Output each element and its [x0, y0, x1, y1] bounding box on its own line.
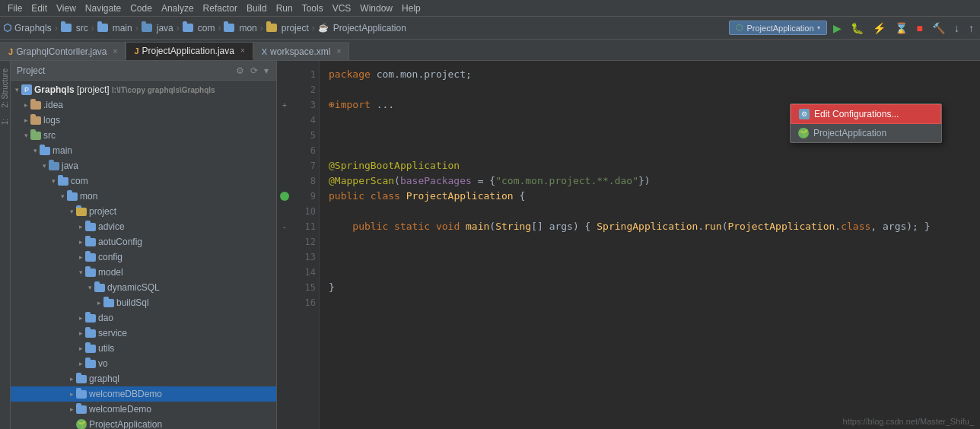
menu-vcs[interactable]: VCS — [328, 2, 356, 15]
panel-collapse-btn[interactable]: ▾ — [262, 65, 270, 76]
tree-item-welcomedbdemo[interactable]: welcomeDBDemo — [11, 386, 276, 402]
tree-item-projectapp[interactable]: 🌱 ProjectApplication — [11, 417, 276, 429]
gutter-10 — [277, 204, 292, 219]
tree-item-welcomledemo[interactable]: welcomleDemo — [11, 402, 276, 417]
panel-settings-btn[interactable]: ⚙ — [234, 65, 246, 76]
tree-item-com[interactable]: com — [11, 173, 276, 189]
tree-item-service[interactable]: service — [11, 326, 276, 341]
idea-folder-icon — [30, 101, 41, 110]
structure-tab[interactable]: 2: Structure — [0, 64, 11, 113]
menu-file[interactable]: File — [3, 2, 27, 15]
menu-run[interactable]: Run — [272, 2, 298, 15]
tree-item-vo[interactable]: vo — [11, 356, 276, 371]
breadcrumb-project[interactable]: project — [282, 23, 309, 33]
panel-sync-btn[interactable]: ⟳ — [249, 65, 259, 76]
build-button[interactable]: 🔨 — [929, 21, 948, 36]
menu-help[interactable]: Help — [397, 2, 425, 15]
tree-item-config[interactable]: config — [11, 249, 276, 265]
menu-navigate[interactable]: Navigate — [81, 2, 126, 15]
tree-item-root[interactable]: P Graphqls [project] I:\IT\copy graphqls… — [11, 82, 276, 97]
tab-close-2[interactable]: × — [336, 47, 341, 56]
tree-item-main[interactable]: main — [11, 143, 276, 158]
tree-label-buildsql: buildSql — [116, 297, 149, 308]
menu-tools[interactable]: Tools — [298, 2, 328, 15]
dropdown-item-edit-config[interactable]: ⚙ Edit Configurations... — [791, 104, 941, 124]
code-line-14 — [329, 265, 971, 280]
tree-item-project[interactable]: project — [11, 204, 276, 219]
run-config-dropdown[interactable]: ⬡ ProjectApplication ▾ — [729, 21, 826, 35]
profile-button[interactable]: ⌛ — [892, 21, 911, 36]
tree-item-dao[interactable]: dao — [11, 310, 276, 326]
line-num-4: 4 — [295, 113, 316, 128]
vo-folder-icon — [85, 360, 96, 368]
debug-button[interactable]: 🐛 — [848, 21, 867, 36]
breadcrumb-mon[interactable]: mon — [239, 23, 256, 33]
tree-arrow-config — [76, 253, 85, 261]
vcs-push-button[interactable]: ↑ — [966, 21, 977, 36]
tree-item-aotuconfig[interactable]: aotuConfig — [11, 234, 276, 249]
breadcrumb-java[interactable]: java — [157, 23, 173, 33]
menu-analyze[interactable]: Analyze — [157, 2, 199, 15]
tree-label-java: java — [62, 160, 78, 171]
tree-arrow-root — [12, 86, 21, 94]
menu-edit[interactable]: Edit — [27, 2, 52, 15]
tree-arrow-src — [21, 132, 30, 139]
line-num-6: 6 — [295, 143, 316, 158]
menu-code[interactable]: Code — [126, 2, 157, 15]
tree-arrow-model — [76, 269, 85, 276]
breadcrumb-app[interactable]: Graphqls — [14, 23, 52, 33]
code-line-1: package com.mon.project; — [329, 67, 971, 82]
tree-item-dynamicsql[interactable]: dynamicSQL — [11, 280, 276, 295]
tree-arrow-advice — [76, 223, 85, 230]
breadcrumb-src[interactable]: src — [76, 23, 88, 33]
project-root-icon: P — [21, 84, 32, 95]
menu-view[interactable]: View — [52, 2, 81, 15]
code-line-13 — [329, 249, 971, 265]
tab-project-application[interactable]: J ProjectApplication.java × — [126, 42, 253, 60]
favorites-tab[interactable]: 1: — [0, 114, 11, 129]
tab-icon-j2: J — [134, 46, 138, 56]
mon-folder-icon — [224, 24, 234, 32]
breadcrumb-com[interactable]: com — [198, 23, 215, 33]
menu-build[interactable]: Build — [242, 2, 272, 15]
menu-refactor[interactable]: Refactor — [199, 2, 242, 15]
editor-area: + - 1 — [277, 61, 980, 429]
tab-close-1[interactable]: × — [240, 46, 245, 55]
run-config-icon: ⬡ — [736, 23, 743, 33]
tree-item-model[interactable]: model — [11, 265, 276, 280]
run-button[interactable]: ▶ — [830, 21, 845, 36]
tree-item-src[interactable]: src — [11, 128, 276, 143]
coverage-button[interactable]: ⚡ — [870, 21, 889, 36]
run-config-label: ProjectApplication — [746, 24, 813, 33]
dropdown-arrow-icon: ▾ — [817, 24, 820, 31]
breadcrumb-main[interactable]: main — [113, 23, 132, 33]
tree-item-mon[interactable]: mon — [11, 189, 276, 204]
menu-window[interactable]: Window — [355, 2, 397, 15]
run-marker-9[interactable] — [280, 192, 289, 201]
tree-label-idea: .idea — [43, 100, 63, 110]
vcs-update-button[interactable]: ↓ — [951, 21, 963, 36]
gutter-13 — [277, 249, 292, 265]
utils-folder-icon — [85, 345, 96, 353]
tree-item-buildsql[interactable]: buildSql — [11, 295, 276, 310]
tab-graphql-controller[interactable]: J GraphqlContorller.java × — [0, 42, 126, 60]
code-line-12 — [329, 234, 971, 249]
fold-icon-3[interactable]: + — [282, 101, 287, 110]
line-num-12: 12 — [295, 234, 316, 249]
tree-item-logs[interactable]: logs — [11, 113, 276, 128]
tree-arrow-com — [49, 177, 58, 185]
tree-item-graphql[interactable]: graphql — [11, 371, 276, 386]
tree-item-utils[interactable]: utils — [11, 341, 276, 356]
stop-button[interactable]: ■ — [914, 21, 926, 36]
tab-workspace-xml[interactable]: X workspace.xml × — [253, 42, 350, 60]
tree-item-advice[interactable]: advice — [11, 219, 276, 234]
code-line-16 — [329, 295, 971, 310]
fold-icon-11[interactable]: - — [283, 223, 285, 231]
tab-close-0[interactable]: × — [113, 47, 118, 56]
dropdown-item-project-app[interactable]: 🌱 ProjectApplication — [791, 124, 941, 142]
breadcrumb-file[interactable]: ProjectApplication — [333, 23, 406, 33]
dynamicsql-folder-icon — [94, 284, 105, 292]
tree-item-java[interactable]: java — [11, 158, 276, 173]
project-panel: Project ⚙ ⟳ ▾ P Graphqls [project] I:\IT… — [11, 61, 277, 429]
tree-item-idea[interactable]: .idea — [11, 97, 276, 113]
